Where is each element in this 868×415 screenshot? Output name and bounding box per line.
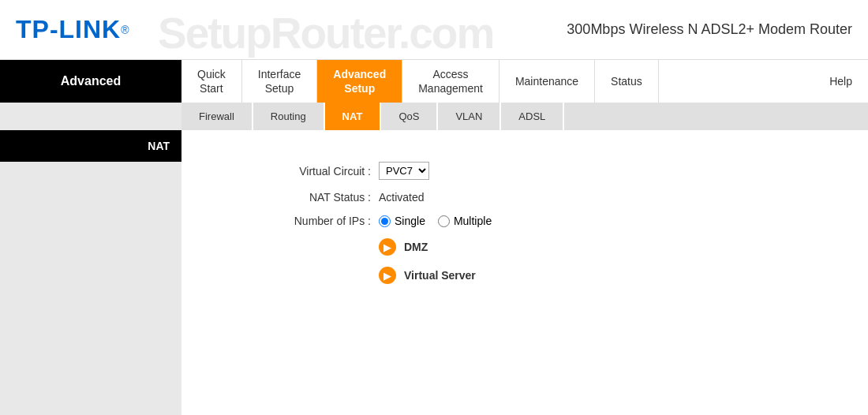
num-ips-radio-group: Single Multiple <box>379 215 492 227</box>
dmz-row: ▶ DMZ <box>229 238 821 256</box>
virtual-circuit-select[interactable]: PVC7 PVC0 PVC1 PVC2 PVC3 PVC4 PVC5 PVC6 <box>379 162 429 180</box>
radio-multiple-label: Multiple <box>454 215 492 227</box>
nav-item-access-management[interactable]: AccessManagement <box>402 60 499 103</box>
nat-status-label: NAT Status : <box>229 191 371 204</box>
radio-single-option[interactable]: Single <box>379 215 425 227</box>
main-nav-sidebar-label: Advanced <box>0 60 181 103</box>
radio-single-input[interactable] <box>379 215 391 227</box>
logo-text: TP-LINK <box>16 15 121 44</box>
sub-nav-routing[interactable]: Routing <box>253 103 325 130</box>
num-ips-row: Number of IPs : Single Multiple <box>229 215 821 227</box>
nat-status-value: Activated <box>379 191 425 204</box>
nav-item-advanced-setup[interactable]: AdvancedSetup <box>317 60 402 103</box>
dmz-arrow-icon[interactable]: ▶ <box>379 238 396 256</box>
sub-nav-adsl[interactable]: ADSL <box>501 103 564 130</box>
content-sidebar-label: NAT <box>0 130 181 162</box>
num-ips-label: Number of IPs : <box>229 215 371 227</box>
nat-status-row: NAT Status : Activated <box>229 191 821 204</box>
sub-nav-wrapper: Firewall Routing NAT QoS VLAN ADSL <box>0 103 868 130</box>
nav-item-status[interactable]: Status <box>595 60 659 103</box>
virtual-server-link[interactable]: Virtual Server <box>404 269 476 282</box>
sub-nav: Firewall Routing NAT QoS VLAN ADSL <box>181 103 868 130</box>
sub-nav-firewall[interactable]: Firewall <box>181 103 253 130</box>
sub-nav-nat[interactable]: NAT <box>325 103 382 130</box>
logo-reg: ® <box>121 24 129 36</box>
virtual-circuit-row: Virtual Circuit : PVC7 PVC0 PVC1 PVC2 PV… <box>229 162 821 180</box>
header: TP-LINK® SetupRouter.com 300Mbps Wireles… <box>0 0 868 59</box>
virtual-circuit-label: Virtual Circuit : <box>229 165 371 178</box>
main-nav: Advanced QuickStart InterfaceSetup Advan… <box>0 59 868 103</box>
radio-single-label: Single <box>395 215 425 227</box>
logo: TP-LINK® <box>16 15 129 44</box>
header-title: 300Mbps Wireless N ADSL2+ Modem Router <box>567 21 852 38</box>
sub-nav-qos[interactable]: QoS <box>381 103 438 130</box>
nav-item-maintenance[interactable]: Maintenance <box>499 60 595 103</box>
watermark: SetupRouter.com <box>158 8 493 58</box>
radio-multiple-option[interactable]: Multiple <box>438 215 492 227</box>
radio-multiple-input[interactable] <box>438 215 450 227</box>
sub-nav-spacer <box>0 103 181 130</box>
content-sidebar: NAT <box>0 130 181 415</box>
nav-items: QuickStart InterfaceSetup AdvancedSetup … <box>181 60 868 103</box>
dmz-link[interactable]: DMZ <box>404 241 428 253</box>
sub-nav-vlan[interactable]: VLAN <box>438 103 501 130</box>
content-main: Virtual Circuit : PVC7 PVC0 PVC1 PVC2 PV… <box>181 130 868 415</box>
content-wrapper: NAT Virtual Circuit : PVC7 PVC0 PVC1 PVC… <box>0 130 868 415</box>
nav-item-help[interactable]: Help <box>814 60 868 103</box>
nav-item-interface-setup[interactable]: InterfaceSetup <box>242 60 317 103</box>
virtual-server-row: ▶ Virtual Server <box>229 267 821 284</box>
nav-item-quick-start[interactable]: QuickStart <box>181 60 242 103</box>
content-sidebar-body <box>0 162 181 415</box>
virtual-server-arrow-icon[interactable]: ▶ <box>379 267 396 284</box>
